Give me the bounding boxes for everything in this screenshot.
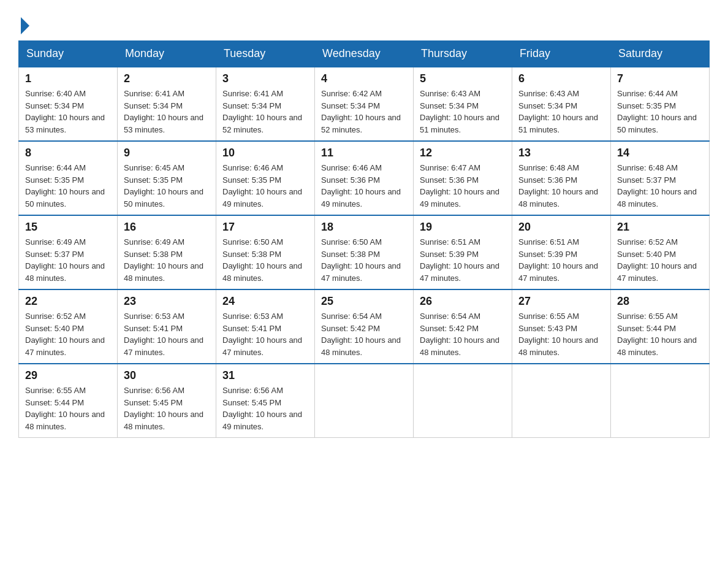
calendar-week-row: 1 Sunrise: 6:40 AMSunset: 5:34 PMDayligh… [19, 67, 710, 141]
day-number: 3 [222, 72, 308, 85]
table-row: 30 Sunrise: 6:56 AMSunset: 5:45 PMDaylig… [118, 364, 216, 438]
table-row [315, 364, 414, 438]
table-row: 19 Sunrise: 6:51 AMSunset: 5:39 PMDaylig… [414, 215, 512, 289]
day-number: 23 [124, 295, 210, 308]
day-number: 21 [617, 221, 703, 234]
table-row: 7 Sunrise: 6:44 AMSunset: 5:35 PMDayligh… [611, 67, 710, 141]
day-info: Sunrise: 6:54 AMSunset: 5:42 PMDaylight:… [420, 310, 506, 358]
day-number: 28 [617, 295, 703, 308]
day-info: Sunrise: 6:45 AMSunset: 5:35 PMDaylight:… [124, 162, 210, 210]
day-info: Sunrise: 6:51 AMSunset: 5:39 PMDaylight:… [518, 236, 604, 284]
day-info: Sunrise: 6:40 AMSunset: 5:34 PMDaylight:… [25, 88, 111, 136]
calendar-week-row: 8 Sunrise: 6:44 AMSunset: 5:35 PMDayligh… [19, 141, 710, 215]
day-info: Sunrise: 6:55 AMSunset: 5:44 PMDaylight:… [25, 385, 111, 432]
day-info: Sunrise: 6:46 AMSunset: 5:35 PMDaylight:… [222, 162, 308, 210]
table-row: 9 Sunrise: 6:45 AMSunset: 5:35 PMDayligh… [118, 141, 216, 215]
day-info: Sunrise: 6:48 AMSunset: 5:37 PMDaylight:… [617, 162, 703, 210]
table-row: 4 Sunrise: 6:42 AMSunset: 5:34 PMDayligh… [315, 67, 414, 141]
day-number: 18 [321, 221, 407, 234]
day-info: Sunrise: 6:41 AMSunset: 5:34 PMDaylight:… [124, 88, 210, 136]
day-info: Sunrise: 6:49 AMSunset: 5:37 PMDaylight:… [25, 236, 111, 284]
day-info: Sunrise: 6:52 AMSunset: 5:40 PMDaylight:… [617, 236, 703, 284]
logo [18, 12, 31, 34]
table-row: 25 Sunrise: 6:54 AMSunset: 5:42 PMDaylig… [315, 289, 414, 364]
day-number: 17 [222, 221, 308, 234]
day-number: 20 [518, 221, 604, 234]
day-number: 30 [124, 369, 210, 382]
col-tuesday: Tuesday [216, 41, 315, 67]
day-info: Sunrise: 6:42 AMSunset: 5:34 PMDaylight:… [321, 88, 407, 136]
table-row: 12 Sunrise: 6:47 AMSunset: 5:36 PMDaylig… [414, 141, 512, 215]
day-info: Sunrise: 6:48 AMSunset: 5:36 PMDaylight:… [518, 162, 604, 210]
day-number: 27 [518, 295, 604, 308]
day-info: Sunrise: 6:53 AMSunset: 5:41 PMDaylight:… [222, 310, 308, 358]
day-info: Sunrise: 6:44 AMSunset: 5:35 PMDaylight:… [617, 88, 703, 136]
calendar-table: Sunday Monday Tuesday Wednesday Thursday… [18, 40, 710, 438]
table-row: 18 Sunrise: 6:50 AMSunset: 5:38 PMDaylig… [315, 215, 414, 289]
day-info: Sunrise: 6:55 AMSunset: 5:43 PMDaylight:… [518, 310, 604, 358]
day-info: Sunrise: 6:54 AMSunset: 5:42 PMDaylight:… [321, 310, 407, 358]
table-row: 24 Sunrise: 6:53 AMSunset: 5:41 PMDaylig… [216, 289, 315, 364]
day-info: Sunrise: 6:50 AMSunset: 5:38 PMDaylight:… [321, 236, 407, 284]
table-row: 17 Sunrise: 6:50 AMSunset: 5:38 PMDaylig… [216, 215, 315, 289]
day-number: 19 [420, 221, 506, 234]
day-number: 6 [518, 72, 604, 85]
day-number: 9 [124, 147, 210, 159]
table-row: 1 Sunrise: 6:40 AMSunset: 5:34 PMDayligh… [19, 67, 118, 141]
table-row: 29 Sunrise: 6:55 AMSunset: 5:44 PMDaylig… [19, 364, 118, 438]
col-thursday: Thursday [414, 41, 512, 67]
logo-blue-text [18, 17, 31, 34]
table-row: 31 Sunrise: 6:56 AMSunset: 5:45 PMDaylig… [216, 364, 315, 438]
col-wednesday: Wednesday [315, 41, 414, 67]
table-row: 14 Sunrise: 6:48 AMSunset: 5:37 PMDaylig… [611, 141, 710, 215]
day-info: Sunrise: 6:53 AMSunset: 5:41 PMDaylight:… [124, 310, 210, 358]
day-number: 16 [124, 221, 210, 234]
day-info: Sunrise: 6:51 AMSunset: 5:39 PMDaylight:… [420, 236, 506, 284]
day-info: Sunrise: 6:50 AMSunset: 5:38 PMDaylight:… [222, 236, 308, 284]
day-info: Sunrise: 6:43 AMSunset: 5:34 PMDaylight:… [518, 88, 604, 136]
table-row: 8 Sunrise: 6:44 AMSunset: 5:35 PMDayligh… [19, 141, 118, 215]
table-row: 22 Sunrise: 6:52 AMSunset: 5:40 PMDaylig… [19, 289, 118, 364]
col-saturday: Saturday [611, 41, 710, 67]
day-info: Sunrise: 6:52 AMSunset: 5:40 PMDaylight:… [25, 310, 111, 358]
table-row: 10 Sunrise: 6:46 AMSunset: 5:35 PMDaylig… [216, 141, 315, 215]
day-info: Sunrise: 6:55 AMSunset: 5:44 PMDaylight:… [617, 310, 703, 358]
table-row: 27 Sunrise: 6:55 AMSunset: 5:43 PMDaylig… [512, 289, 611, 364]
day-info: Sunrise: 6:43 AMSunset: 5:34 PMDaylight:… [420, 88, 506, 136]
day-number: 10 [222, 147, 308, 159]
day-info: Sunrise: 6:44 AMSunset: 5:35 PMDaylight:… [25, 162, 111, 210]
day-info: Sunrise: 6:56 AMSunset: 5:45 PMDaylight:… [124, 385, 210, 432]
day-info: Sunrise: 6:49 AMSunset: 5:38 PMDaylight:… [124, 236, 210, 284]
table-row: 28 Sunrise: 6:55 AMSunset: 5:44 PMDaylig… [611, 289, 710, 364]
table-row: 13 Sunrise: 6:48 AMSunset: 5:36 PMDaylig… [512, 141, 611, 215]
day-number: 11 [321, 147, 407, 159]
table-row [414, 364, 512, 438]
day-number: 25 [321, 295, 407, 308]
day-number: 7 [617, 72, 703, 85]
table-row [611, 364, 710, 438]
day-number: 5 [420, 72, 506, 85]
table-row: 23 Sunrise: 6:53 AMSunset: 5:41 PMDaylig… [118, 289, 216, 364]
calendar-week-row: 15 Sunrise: 6:49 AMSunset: 5:37 PMDaylig… [19, 215, 710, 289]
col-monday: Monday [118, 41, 216, 67]
day-info: Sunrise: 6:47 AMSunset: 5:36 PMDaylight:… [420, 162, 506, 210]
day-number: 31 [222, 369, 308, 382]
day-number: 13 [518, 147, 604, 159]
table-row: 15 Sunrise: 6:49 AMSunset: 5:37 PMDaylig… [19, 215, 118, 289]
day-number: 12 [420, 147, 506, 159]
table-row: 20 Sunrise: 6:51 AMSunset: 5:39 PMDaylig… [512, 215, 611, 289]
calendar-week-row: 29 Sunrise: 6:55 AMSunset: 5:44 PMDaylig… [19, 364, 710, 438]
day-info: Sunrise: 6:56 AMSunset: 5:45 PMDaylight:… [222, 385, 308, 432]
day-number: 26 [420, 295, 506, 308]
table-row: 26 Sunrise: 6:54 AMSunset: 5:42 PMDaylig… [414, 289, 512, 364]
col-sunday: Sunday [19, 41, 118, 67]
day-info: Sunrise: 6:46 AMSunset: 5:36 PMDaylight:… [321, 162, 407, 210]
day-number: 29 [25, 369, 111, 382]
page-header [18, 12, 710, 34]
table-row: 5 Sunrise: 6:43 AMSunset: 5:34 PMDayligh… [414, 67, 512, 141]
table-row [512, 364, 611, 438]
table-row: 16 Sunrise: 6:49 AMSunset: 5:38 PMDaylig… [118, 215, 216, 289]
calendar-week-row: 22 Sunrise: 6:52 AMSunset: 5:40 PMDaylig… [19, 289, 710, 364]
day-number: 15 [25, 221, 111, 234]
day-number: 24 [222, 295, 308, 308]
